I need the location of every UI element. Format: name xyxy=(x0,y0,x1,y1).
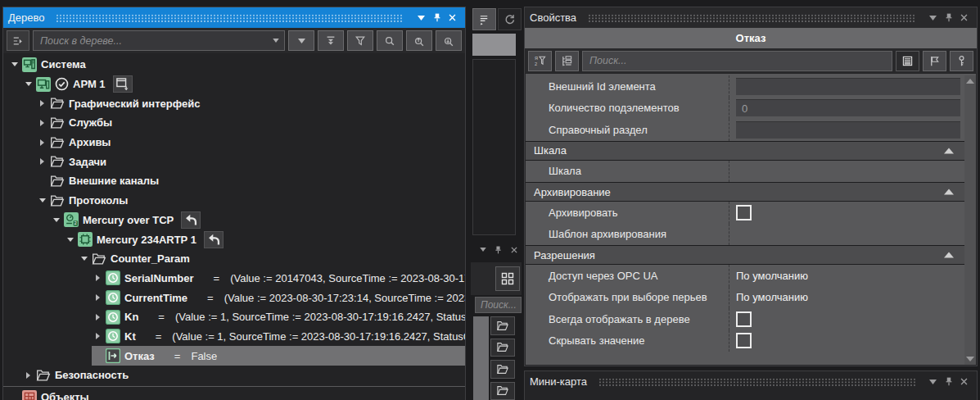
tree-row[interactable]: Безопасность xyxy=(3,366,465,385)
list-edit-icon[interactable] xyxy=(472,8,496,30)
tree-row-content[interactable]: Протоколы xyxy=(36,191,465,211)
close-icon[interactable] xyxy=(506,243,522,257)
tree-row[interactable]: Система xyxy=(3,55,465,75)
tree-row[interactable]: Архивы xyxy=(3,133,465,152)
pin-icon[interactable] xyxy=(429,11,445,25)
property-row[interactable]: Внешний Id элемента xyxy=(526,75,964,98)
menu-down-icon[interactable] xyxy=(925,375,941,389)
expand-node-icon[interactable] xyxy=(36,158,48,165)
tree-row[interactable]: Mercury 234ARTP 1 xyxy=(3,230,465,249)
property-section-header[interactable]: Разрешения xyxy=(526,245,964,265)
tree-row-content[interactable]: CurrentTime=(Value := 2023-08-30-17:23:1… xyxy=(92,288,465,307)
tree-row-content[interactable]: Kt=(Value := 1, SourceTime := 2023-08-30… xyxy=(92,327,465,347)
tree-row-content[interactable]: Внешние каналы xyxy=(36,171,465,191)
collapse-all-icon[interactable] xyxy=(318,30,344,51)
collapse-node-icon[interactable] xyxy=(64,238,76,242)
expand-node-icon[interactable] xyxy=(92,275,104,281)
pin-icon[interactable] xyxy=(941,375,956,389)
section-collapse-icon[interactable] xyxy=(944,148,954,154)
tree-search-input[interactable] xyxy=(34,31,268,50)
section-collapse-icon[interactable] xyxy=(944,252,954,258)
property-checkbox[interactable] xyxy=(736,205,752,220)
property-checkbox[interactable] xyxy=(736,311,752,327)
property-section-header[interactable]: Архивирование xyxy=(526,182,964,202)
tree-row-content[interactable]: Объекты xyxy=(8,388,465,400)
pin-icon[interactable] xyxy=(941,11,956,25)
tree-row-content[interactable]: Отказ=False xyxy=(92,346,465,366)
node-undo-button[interactable] xyxy=(204,231,224,248)
properties-search-input[interactable] xyxy=(583,52,892,70)
tree-row-content[interactable]: Kn=(Value := 1, SourceTime := 2023-08-30… xyxy=(92,307,465,327)
search-icon[interactable] xyxy=(377,30,403,51)
categorized-icon[interactable] xyxy=(555,51,579,71)
palette-item[interactable] xyxy=(490,382,515,400)
tree-row[interactable]: Kt=(Value := 1, SourceTime := 2023-08-30… xyxy=(3,327,465,347)
close-icon[interactable] xyxy=(445,11,460,25)
collapse-node-icon[interactable] xyxy=(22,82,34,86)
minimap-panel-header[interactable]: Мини-карта xyxy=(525,371,977,392)
property-row[interactable]: Отображать при выборе перьевПо умолчанию xyxy=(526,287,964,309)
expand-node-icon[interactable] xyxy=(92,314,104,320)
property-value-input[interactable] xyxy=(736,78,960,95)
refresh-icon[interactable] xyxy=(498,8,522,30)
tree-row-content[interactable]: Графический интерфейс xyxy=(36,93,465,113)
expand-node-icon[interactable] xyxy=(92,294,104,301)
tree-row[interactable]: Counter_Param xyxy=(3,249,465,269)
scroll-up-icon[interactable] xyxy=(966,79,974,84)
collapse-node-icon[interactable] xyxy=(8,62,20,66)
expand-node-icon[interactable] xyxy=(36,139,48,146)
expand-node-icon[interactable] xyxy=(22,372,34,379)
dock-blank-item[interactable] xyxy=(472,34,516,56)
search-next-icon[interactable] xyxy=(436,30,462,51)
list-view-icon[interactable] xyxy=(896,51,919,71)
collapse-node-icon[interactable] xyxy=(50,218,62,222)
tree-panel-header[interactable]: Дерево xyxy=(3,7,465,28)
property-row[interactable]: Шкала xyxy=(526,161,964,183)
expand-node-icon[interactable] xyxy=(36,120,48,126)
expand-node-icon[interactable] xyxy=(36,100,48,107)
collapse-node-icon[interactable] xyxy=(36,198,48,202)
search-dropdown-icon[interactable] xyxy=(268,31,284,50)
tree-row[interactable]: SerialNumber=(Value := 20147043, SourceT… xyxy=(3,269,465,289)
tree-row[interactable]: CurrentTime=(Value := 2023-08-30-17:23:1… xyxy=(3,288,465,307)
tree-row[interactable]: Объекты xyxy=(3,388,465,400)
property-row[interactable]: Доступ через OPC UAПо умолчанию xyxy=(526,265,964,287)
tree-row[interactable]: Задачи xyxy=(3,152,465,171)
grid-icon[interactable] xyxy=(495,266,520,291)
collapse-node-icon[interactable] xyxy=(78,257,90,261)
tree-config-icon[interactable] xyxy=(7,30,29,51)
property-row[interactable]: Справочный раздел xyxy=(526,119,964,141)
tree-row-content[interactable]: Архивы xyxy=(36,133,465,152)
tree-row[interactable]: 2Mercury over TCP xyxy=(3,211,465,230)
key-icon[interactable] xyxy=(950,51,973,71)
properties-panel-header[interactable]: Свойства xyxy=(525,7,977,28)
search-prev-icon[interactable] xyxy=(406,30,432,51)
property-value-input[interactable] xyxy=(736,121,960,139)
tree-row-content[interactable]: 2Mercury over TCP xyxy=(50,211,465,230)
sort-az-filter-icon[interactable]: Я2 xyxy=(528,51,552,71)
properties-scrollbar[interactable] xyxy=(964,75,976,365)
tree-row-content[interactable]: Mercury 234ARTP 1 xyxy=(64,230,465,249)
tree-row[interactable]: Службы xyxy=(3,113,465,133)
property-row[interactable]: Всегда отображать в дереве xyxy=(526,308,964,330)
node-undo-button[interactable] xyxy=(181,211,201,229)
close-icon[interactable] xyxy=(956,11,972,25)
close-icon[interactable] xyxy=(956,375,972,389)
tree-row[interactable]: АРМ 1 xyxy=(3,75,465,94)
tree-row[interactable]: Внешние каналы xyxy=(3,171,465,191)
palette-search-input[interactable] xyxy=(476,299,522,311)
tree-row-content[interactable]: Службы xyxy=(36,113,465,133)
property-checkbox[interactable] xyxy=(736,333,752,348)
tree-row-content[interactable]: Безопасность xyxy=(22,366,465,385)
tree-row[interactable]: Отказ=False xyxy=(3,346,465,366)
property-row[interactable]: Скрывать значение xyxy=(526,330,964,352)
node-deploy-button[interactable] xyxy=(113,75,133,93)
property-row[interactable]: Архивировать xyxy=(526,202,964,224)
tree-row-content[interactable]: Задачи xyxy=(36,152,465,171)
palette-item[interactable] xyxy=(490,339,515,357)
palette-item[interactable] xyxy=(490,360,515,379)
tree-row-content[interactable]: SerialNumber=(Value := 20147043, SourceT… xyxy=(92,269,465,289)
palette-item[interactable] xyxy=(490,316,515,335)
menu-down-icon[interactable] xyxy=(475,243,490,257)
menu-down-icon[interactable] xyxy=(413,11,429,25)
